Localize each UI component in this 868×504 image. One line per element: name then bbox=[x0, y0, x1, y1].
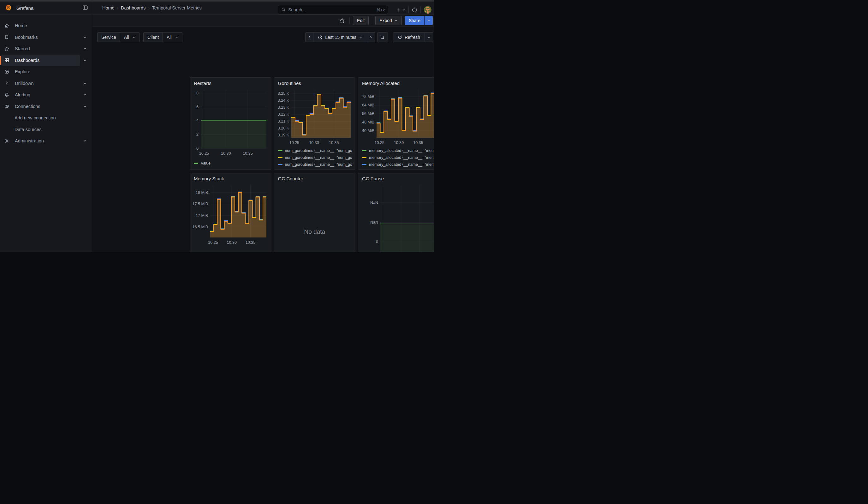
legend-series-label: num_goroutines {__name__="num_go bbox=[285, 169, 352, 169]
svg-text:10:25: 10:25 bbox=[289, 141, 299, 145]
time-controls: Last 15 minutes Refresh bbox=[305, 32, 433, 42]
legend-item[interactable]: memory_allocated {__name__="memc bbox=[362, 162, 434, 167]
svg-text:72 MiB: 72 MiB bbox=[362, 94, 374, 99]
panel-title[interactable]: Memory Stack bbox=[193, 176, 269, 183]
sidebar-item-drilldown[interactable]: Drilldown bbox=[0, 78, 89, 89]
chart-gc-pause[interactable]: 10:2510:3010:35NaNNaN00 seconds bbox=[361, 184, 434, 252]
sidebar-item-administration[interactable]: Administration bbox=[0, 135, 89, 146]
help-icon[interactable] bbox=[412, 7, 417, 13]
refresh-interval-dropdown[interactable] bbox=[425, 32, 433, 42]
svg-text:10:25: 10:25 bbox=[199, 151, 209, 156]
svg-text:3.20 K: 3.20 K bbox=[277, 126, 289, 131]
svg-text:3.24 K: 3.24 K bbox=[277, 98, 289, 103]
add-new-button[interactable] bbox=[396, 8, 405, 12]
panel-title[interactable]: Goroutines bbox=[277, 80, 353, 87]
panel-title[interactable]: Memory Allocated bbox=[361, 80, 434, 87]
bell-icon bbox=[4, 92, 9, 97]
sidebar-item-label: Explore bbox=[15, 69, 89, 74]
search-input[interactable]: Search... ⌘+k bbox=[278, 5, 388, 14]
panel-title[interactable]: GC Counter bbox=[277, 176, 353, 183]
legend-item[interactable]: memory_allocated {__name__="memc bbox=[362, 155, 434, 160]
favorite-star-icon[interactable] bbox=[339, 18, 345, 23]
legend-item[interactable]: memory_allocated {__name__="memc bbox=[362, 148, 434, 153]
user-avatar[interactable] bbox=[424, 6, 432, 13]
legend-item[interactable]: num_goroutines {__name__="num_go bbox=[278, 148, 353, 153]
legend-series-label: memory_allocated {__name__="memc bbox=[369, 169, 434, 169]
breadcrumb-current: Temporal Server Metrics bbox=[152, 6, 202, 10]
sidebar-item-starred[interactable]: Starred bbox=[0, 43, 89, 54]
sidebar-item-explore[interactable]: Explore bbox=[0, 66, 89, 78]
sidebar-item-data-sources[interactable]: Data sources bbox=[0, 124, 89, 135]
share-button[interactable]: Share bbox=[405, 16, 424, 25]
legend-item[interactable]: num_goroutines {__name__="num_go bbox=[278, 162, 353, 167]
zoom-out-icon bbox=[380, 35, 385, 40]
breadcrumb-home[interactable]: Home bbox=[102, 6, 115, 10]
svg-text:10:25: 10:25 bbox=[375, 141, 384, 145]
svg-text:6: 6 bbox=[196, 105, 198, 109]
refresh-icon bbox=[398, 35, 402, 40]
chart-memory-allocated[interactable]: 10:2510:3010:3540 MiB48 MiB56 MiB64 MiB7… bbox=[361, 89, 434, 146]
svg-text:0: 0 bbox=[196, 146, 198, 151]
chevron-down-icon[interactable] bbox=[81, 59, 89, 62]
svg-text:48 MiB: 48 MiB bbox=[362, 120, 374, 124]
client-variable-select[interactable]: All bbox=[163, 32, 182, 42]
star-icon bbox=[4, 46, 9, 51]
service-variable-select[interactable]: All bbox=[120, 32, 140, 42]
rings-icon bbox=[4, 104, 9, 109]
time-shift-forward-button[interactable] bbox=[367, 32, 375, 42]
dashboard-controls: Service All Client All bbox=[97, 32, 433, 42]
sidebar-item-bookmarks[interactable]: Bookmarks bbox=[0, 32, 89, 43]
svg-text:0: 0 bbox=[376, 240, 378, 244]
dashboard-canvas: Service All Client All bbox=[92, 27, 434, 252]
svg-text:2: 2 bbox=[196, 132, 198, 137]
panel-legend: memory_allocated {__name__="memcmemory_a… bbox=[361, 148, 434, 169]
divider bbox=[421, 6, 421, 13]
chart-goroutines[interactable]: 10:2510:3010:353.19 K3.20 K3.21 K3.22 K3… bbox=[277, 89, 353, 146]
chevron-up-icon[interactable] bbox=[81, 104, 89, 108]
panel-goroutines: Goroutines10:2510:3010:353.19 K3.20 K3.2… bbox=[274, 78, 356, 169]
refresh-button[interactable]: Refresh bbox=[393, 32, 425, 42]
sidebar-item-label: Alerting bbox=[15, 92, 81, 97]
sidebar-item-label: Home bbox=[15, 23, 89, 28]
chevron-down-icon[interactable] bbox=[81, 93, 89, 96]
service-variable: Service All bbox=[97, 32, 140, 42]
legend-item[interactable]: memory_allocated {__name__="memc bbox=[362, 169, 434, 169]
edit-button[interactable]: Edit bbox=[353, 16, 369, 25]
svg-text:4: 4 bbox=[196, 119, 198, 123]
zoom-out-button[interactable] bbox=[377, 32, 388, 42]
chevron-down-icon[interactable] bbox=[81, 139, 89, 143]
brand-title: Grafana bbox=[17, 6, 82, 11]
panel-title[interactable]: GC Pause bbox=[361, 176, 434, 183]
chevron-down-icon[interactable] bbox=[81, 35, 89, 39]
breadcrumb-dashboards[interactable]: Dashboards bbox=[121, 6, 145, 10]
sidebar-item-connections[interactable]: Connections bbox=[0, 101, 89, 112]
sidebar-item-alerting[interactable]: Alerting bbox=[0, 89, 89, 101]
legend-item[interactable]: num_goroutines {__name__="num_go bbox=[278, 155, 353, 160]
legend-item[interactable]: num_goroutines {__name__="num_go bbox=[278, 169, 353, 169]
share-dropdown-button[interactable] bbox=[425, 16, 433, 25]
drilldown-icon bbox=[4, 81, 9, 86]
sidebar-item-label: Bookmarks bbox=[15, 35, 81, 40]
panel-gc-pause: GC Pause10:2510:3010:35NaNNaN00 secondsV… bbox=[358, 173, 434, 252]
svg-text:17.5 MiB: 17.5 MiB bbox=[193, 202, 208, 206]
grafana-logo-icon[interactable] bbox=[5, 4, 12, 12]
legend-item[interactable]: memory_stack {__name__="memory_s bbox=[194, 251, 269, 252]
chart-restarts[interactable]: 10:2510:3010:3502468 bbox=[193, 89, 268, 157]
chevron-down-icon bbox=[359, 36, 362, 39]
svg-text:3.23 K: 3.23 K bbox=[277, 105, 289, 110]
sidebar-item-dashboards[interactable]: Dashboards bbox=[0, 55, 89, 66]
time-shift-back-button[interactable] bbox=[305, 32, 313, 42]
sidebar-toggle-icon[interactable] bbox=[82, 5, 88, 11]
svg-text:10:35: 10:35 bbox=[329, 141, 339, 145]
legend-item[interactable]: Value bbox=[194, 161, 269, 166]
time-range-picker[interactable]: Last 15 minutes bbox=[313, 32, 367, 42]
chevron-down-icon[interactable] bbox=[81, 47, 89, 51]
sidebar-item-home[interactable]: Home bbox=[0, 20, 89, 31]
panel-title[interactable]: Restarts bbox=[193, 80, 269, 87]
chevron-down-icon[interactable] bbox=[81, 81, 89, 85]
sidebar-nav: HomeBookmarksStarredDashboardsExploreDri… bbox=[0, 14, 92, 252]
sidebar-item-add-new-connection[interactable]: Add new connection bbox=[0, 112, 89, 123]
chart-memory-stack[interactable]: 10:2510:3010:3516.5 MiB17 MiB17.5 MiB18 … bbox=[193, 184, 268, 246]
export-button[interactable]: Export bbox=[375, 16, 402, 25]
chevron-right-icon: › bbox=[148, 6, 149, 10]
